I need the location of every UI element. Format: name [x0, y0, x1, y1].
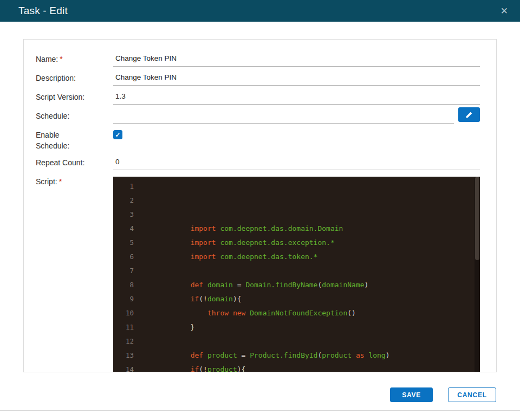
- description-input[interactable]: [113, 72, 480, 86]
- code-text: def domain = Domain.findByName(domainNam…: [144, 278, 368, 292]
- code-line: 9 if(!domain){: [113, 292, 480, 306]
- code-text: [144, 264, 157, 278]
- code-text: }: [144, 320, 194, 334]
- code-line: 10 throw new DomainNotFoundException(): [113, 306, 480, 320]
- script-row: Script:* 1234 import com.deepnet.das.dom…: [36, 175, 480, 372]
- modal-bottom-edge: [0, 410, 520, 411]
- pencil-icon: [465, 111, 473, 119]
- name-label: Name:*: [36, 53, 113, 65]
- code-text: if(!product){: [144, 363, 245, 372]
- script-version-label: Script Version:: [36, 91, 113, 103]
- required-marker: *: [59, 177, 62, 186]
- line-number: 7: [113, 264, 144, 278]
- description-label: Description:: [36, 72, 113, 84]
- name-row: Name:*: [36, 53, 480, 72]
- required-marker: *: [60, 55, 62, 63]
- modal-header: Task - Edit ✕: [0, 0, 520, 22]
- code-line: 7: [113, 264, 480, 278]
- line-number: 13: [113, 348, 144, 363]
- code-lines: 1234 import com.deepnet.das.domain.Domai…: [113, 177, 480, 372]
- enable-schedule-checkbox[interactable]: ✓: [113, 130, 122, 139]
- schedule-label: Schedule:: [36, 109, 113, 122]
- line-number: 12: [113, 334, 144, 348]
- code-line: 12: [113, 334, 480, 348]
- code-editor[interactable]: 1234 import com.deepnet.das.domain.Domai…: [113, 177, 480, 372]
- code-text: throw new DomainNotFoundException(): [144, 306, 356, 320]
- line-number: 14: [113, 363, 144, 372]
- code-line: 1: [113, 179, 480, 193]
- code-text: import com.deepnet.das.exception.*: [144, 236, 335, 250]
- line-number: 6: [113, 250, 144, 264]
- name-input[interactable]: [113, 53, 480, 67]
- code-line: 14 if(!product){: [113, 363, 480, 372]
- save-button[interactable]: SAVE: [390, 387, 433, 402]
- script-label: Script:*: [36, 175, 113, 188]
- code-text: def product = Product.findById(product a…: [144, 348, 390, 363]
- modal-title: Task - Edit: [18, 5, 500, 17]
- line-number: 4: [113, 222, 144, 236]
- code-line: 8 def domain = Domain.findByName(domainN…: [113, 278, 480, 292]
- cancel-button[interactable]: CANCEL: [448, 387, 496, 402]
- task-edit-modal: Task - Edit ✕ Name:* Description: Script…: [0, 0, 520, 420]
- code-text: if(!domain){: [144, 292, 242, 306]
- enable-schedule-label: Enable Schedule:: [36, 128, 113, 151]
- repeat-count-label: Repeat Count:: [36, 156, 113, 169]
- enable-schedule-row: Enable Schedule: ✓: [36, 128, 480, 156]
- line-number: 8: [113, 278, 144, 292]
- form-card: Name:* Description: Script Version:: [23, 39, 497, 372]
- line-number: 3: [113, 208, 144, 222]
- code-text: import com.deepnet.das.domain.Domain: [144, 222, 343, 236]
- code-line: 2: [113, 193, 480, 208]
- code-line: 13 def product = Product.findById(produc…: [113, 348, 480, 363]
- repeat-count-input[interactable]: [113, 156, 480, 170]
- code-text: [144, 179, 157, 193]
- line-number: 5: [113, 236, 144, 250]
- modal-footer: SAVE CANCEL: [0, 387, 520, 402]
- editor-scrollbar[interactable]: [474, 177, 480, 372]
- code-line: 5 import com.deepnet.das.exception.*: [113, 236, 480, 250]
- schedule-input[interactable]: [113, 109, 454, 124]
- edit-schedule-button[interactable]: [458, 107, 480, 122]
- script-version-input[interactable]: [113, 91, 480, 105]
- code-line: 6 import com.deepnet.das.token.*: [113, 250, 480, 264]
- schedule-row: Schedule:: [36, 109, 480, 128]
- code-text: [144, 334, 157, 348]
- code-text: [144, 193, 157, 208]
- code-line: 4 import com.deepnet.das.domain.Domain: [113, 222, 480, 236]
- line-number: 10: [113, 306, 144, 320]
- line-number: 11: [113, 320, 144, 334]
- code-text: [144, 208, 157, 222]
- line-number: 2: [113, 193, 144, 208]
- editor-scrollbar-thumb[interactable]: [475, 177, 479, 260]
- code-text: import com.deepnet.das.token.*: [144, 250, 317, 264]
- description-row: Description:: [36, 72, 480, 91]
- line-number: 9: [113, 292, 144, 306]
- repeat-count-row: Repeat Count:: [36, 156, 480, 175]
- script-version-row: Script Version:: [36, 91, 480, 109]
- code-line: 11 }: [113, 320, 480, 334]
- close-icon[interactable]: ✕: [500, 7, 508, 16]
- line-number: 1: [113, 179, 144, 193]
- code-line: 3: [113, 208, 480, 222]
